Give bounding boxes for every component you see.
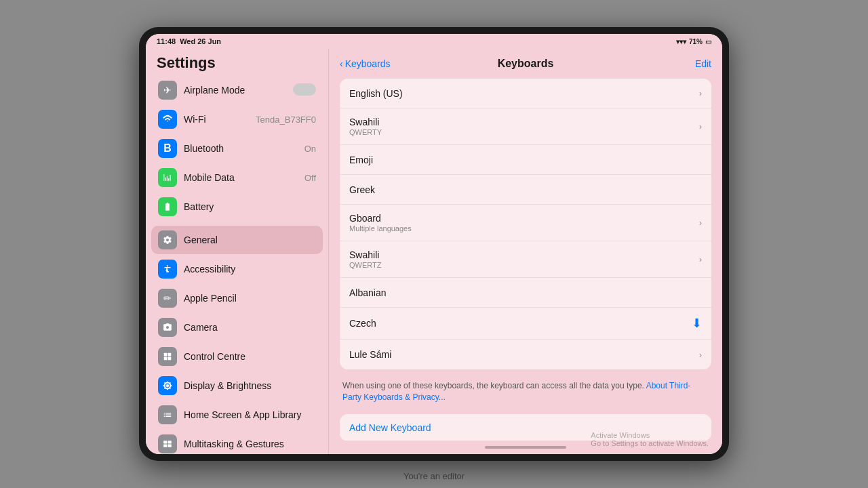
keyboard-item-text: Lule Sámi — [349, 349, 699, 360]
keyboard-item-swahili-qwerty[interactable]: Swahili QWERTY › — [340, 108, 711, 145]
mobiledata-icon — [158, 168, 177, 187]
back-label: Keyboards — [345, 58, 391, 69]
keyboard-item-english[interactable]: English (US) › — [340, 79, 711, 108]
sidebar-item-mobiledata[interactable]: Mobile Data Off — [151, 163, 323, 192]
keyboard-name: Albanian — [349, 287, 702, 298]
status-bar: 11:48 Wed 26 Jun ▾▾▾ 71% ▭ — [146, 34, 722, 49]
svg-rect-4 — [168, 357, 172, 361]
home-bar — [485, 446, 566, 449]
svg-rect-7 — [163, 445, 167, 447]
svg-rect-1 — [164, 353, 167, 357]
battery-label: Battery — [184, 201, 316, 212]
tablet-screen: 11:48 Wed 26 Jun ▾▾▾ 71% ▭ Settings ✈ Ai… — [146, 34, 722, 454]
sidebar-item-display[interactable]: Display & Brightness — [151, 371, 323, 400]
keyboard-name: Gboard — [349, 213, 699, 224]
wifi-value: Tenda_B73FF0 — [256, 115, 316, 125]
status-time: 11:48 — [157, 37, 176, 45]
chevron-icon: › — [699, 88, 702, 98]
keyboards-header: ‹ Keyboards Keyboards Edit — [329, 49, 722, 79]
airplane-label: Airplane Mode — [184, 85, 286, 96]
sidebar-item-bluetooth[interactable]: B Bluetooth On — [151, 134, 323, 163]
keyboard-name: English (US) — [349, 88, 699, 99]
svg-rect-2 — [168, 353, 172, 357]
keyboard-item-text: Emoji — [349, 155, 702, 165]
keyboard-item-lulesami[interactable]: Lule Sámi › — [340, 340, 711, 369]
accessibility-icon — [158, 260, 177, 279]
keyboard-name: Emoji — [349, 155, 702, 165]
homescreen-label: Home Screen & App Library — [184, 409, 316, 420]
keyboard-name: Greek — [349, 184, 702, 195]
general-label: General — [184, 235, 316, 245]
camera-icon — [158, 318, 177, 337]
sidebar-item-camera[interactable]: Camera — [151, 313, 323, 342]
keyboard-item-text: Czech — [349, 318, 692, 329]
status-date: Wed 26 Jun — [180, 37, 221, 45]
mobiledata-label: Mobile Data — [184, 172, 298, 183]
bluetooth-value: On — [304, 144, 316, 154]
keyboard-name: Swahili — [349, 249, 699, 260]
sidebar-item-controlcentre[interactable]: Control Centre — [151, 342, 323, 371]
sidebar-item-applepencil[interactable]: ✏ Apple Pencil — [151, 284, 323, 312]
svg-rect-8 — [168, 445, 172, 447]
settings-sidebar: Settings ✈ Airplane Mode — [146, 49, 329, 454]
add-keyboard-label: Add New Keyboard — [349, 422, 431, 433]
battery-percent: 71% — [689, 38, 703, 45]
chevron-icon: › — [699, 121, 702, 131]
display-icon — [158, 376, 177, 395]
editor-label: You're an editor — [403, 471, 465, 481]
accessibility-label: Accessibility — [184, 264, 316, 274]
applepencil-label: Apple Pencil — [184, 293, 316, 304]
keyboard-item-text: Albanian — [349, 287, 702, 298]
keyboard-item-text: English (US) — [349, 88, 699, 99]
keyboard-name: Czech — [349, 318, 692, 329]
keyboard-item-text: Swahili QWERTY — [349, 117, 699, 136]
chevron-icon: › — [699, 350, 702, 360]
keyboards-back-button[interactable]: ‹ Keyboards — [340, 58, 391, 69]
settings-title: Settings — [146, 49, 328, 76]
keyboards-content: English (US) › Swahili QWERTY › — [329, 79, 722, 441]
privacy-text: When using one of these keyboards, the k… — [342, 381, 644, 390]
sidebar-item-multitasking[interactable]: Multitasking & Gestures — [151, 430, 323, 454]
keyboard-item-greek[interactable]: Greek — [340, 175, 711, 205]
keyboard-sub: QWERTZ — [349, 261, 699, 269]
keyboard-item-text: Gboard Multiple languages — [349, 213, 699, 232]
keyboard-item-czech[interactable]: Czech ⬇ — [340, 308, 711, 340]
add-keyboard-button[interactable]: Add New Keyboard — [340, 414, 711, 441]
keyboard-item-emoji[interactable]: Emoji — [340, 145, 711, 175]
bluetooth-label: Bluetooth — [184, 143, 298, 154]
chevron-icon: › — [699, 254, 702, 264]
controlcentre-label: Control Centre — [184, 351, 316, 362]
keyboards-edit-button[interactable]: Edit — [695, 58, 711, 69]
chevron-icon: › — [699, 218, 702, 228]
content-area: Settings ✈ Airplane Mode — [146, 49, 722, 454]
homescreen-icon — [158, 405, 177, 424]
sidebar-item-general[interactable]: General — [151, 226, 323, 254]
keyboard-item-albanian[interactable]: Albanian — [340, 278, 711, 308]
tablet-frame: 11:48 Wed 26 Jun ▾▾▾ 71% ▭ Settings ✈ Ai… — [139, 27, 729, 461]
sidebar-item-homescreen[interactable]: Home Screen & App Library — [151, 401, 323, 429]
svg-rect-5 — [163, 441, 167, 443]
download-icon: ⬇ — [692, 316, 702, 331]
back-chevron-icon: ‹ — [340, 58, 343, 69]
keyboards-section: English (US) › Swahili QWERTY › — [340, 79, 711, 369]
bluetooth-icon: B — [158, 139, 177, 158]
sidebar-item-wifi[interactable]: Wi-Fi Tenda_B73FF0 — [151, 105, 323, 134]
svg-rect-3 — [164, 357, 167, 361]
keyboards-panel-title: Keyboards — [498, 58, 554, 70]
camera-label: Camera — [184, 322, 316, 333]
wifi-settings-icon — [158, 110, 177, 129]
multitasking-icon — [158, 434, 177, 453]
keyboard-item-gboard[interactable]: Gboard Multiple languages › — [340, 205, 711, 241]
keyboard-item-swahili-qwertz[interactable]: Swahili QWERTZ › — [340, 241, 711, 278]
sidebar-item-battery[interactable]: Battery — [151, 192, 323, 221]
sidebar-item-accessibility[interactable]: Accessibility — [151, 255, 323, 283]
settings-list: ✈ Airplane Mode Wi-Fi Tenda_B73FF0 — [146, 76, 328, 454]
sidebar-item-airplane[interactable]: ✈ Airplane Mode — [151, 76, 323, 104]
display-label: Display & Brightness — [184, 380, 316, 391]
keyboard-sub: Multiple languages — [349, 224, 699, 232]
add-keyboard-section: Add New Keyboard — [340, 414, 711, 441]
airplane-icon: ✈ — [158, 81, 177, 100]
keyboard-sub: QWERTY — [349, 128, 699, 136]
applepencil-icon: ✏ — [158, 289, 177, 308]
wifi-label: Wi-Fi — [184, 114, 249, 125]
